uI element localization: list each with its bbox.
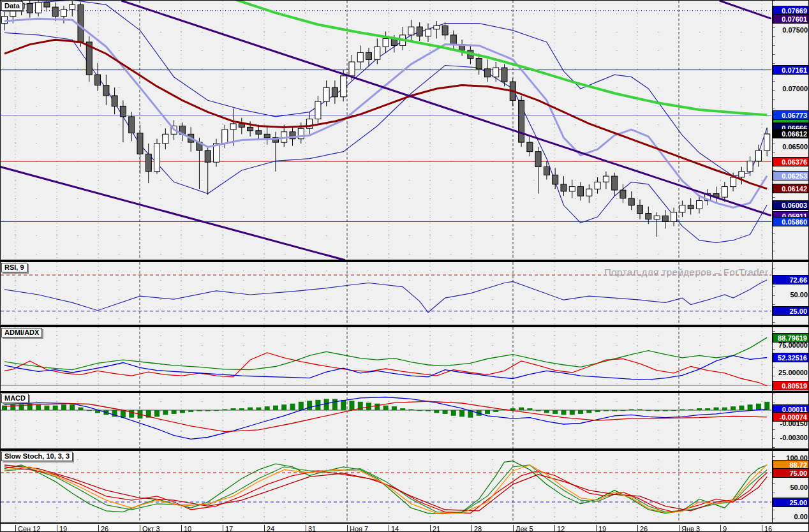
x-axis-label: 14 (391, 525, 399, 532)
x-axis-tick (720, 525, 721, 532)
value-tag: 0.06612 (773, 129, 809, 138)
macd-histogram-bar (705, 408, 710, 410)
macd-histogram-bar (197, 410, 202, 411)
scale-label: 50.00 (773, 483, 809, 492)
candle-down (688, 205, 694, 209)
candle-up (586, 189, 592, 196)
x-axis-label: 19 (598, 525, 606, 532)
macd-histogram-bar (129, 410, 134, 418)
x-axis-tick (389, 525, 389, 532)
candle-down (78, 4, 84, 42)
macd-histogram-bar (544, 410, 549, 413)
macd-histogram-bar (222, 410, 227, 411)
x-axis-label: 19 (59, 525, 67, 532)
price-chart-panel[interactable] (1, 1, 771, 260)
macd-histogram-bar (586, 410, 591, 413)
candle-down (417, 27, 422, 36)
stochastic-panel[interactable] (1, 451, 771, 522)
panel-tag-macd[interactable]: MACD (1, 394, 29, 403)
panel-tag-data[interactable]: Data (1, 1, 23, 11)
x-axis: Сен 121926Окт 310172431Ноя 7142128Дек 51… (1, 522, 809, 532)
macd-histogram-bar (248, 408, 253, 410)
candle-down (544, 167, 549, 175)
macd-histogram-bar (629, 410, 634, 411)
candle-down (553, 175, 558, 184)
panel-tag-stoch[interactable]: Slow Stoch, 10, 3, 3 (1, 452, 73, 461)
macd-histogram-bar (214, 410, 219, 411)
macd-histogram-bar (180, 410, 185, 413)
macd-histogram-bar (595, 410, 600, 412)
macd-histogram-bar (78, 408, 84, 410)
macd-histogram-bar (256, 408, 261, 410)
candle-up (569, 187, 575, 191)
candle-down (527, 142, 533, 152)
macd-histogram-bar (570, 410, 575, 415)
scale-label: 0.07500 (773, 26, 809, 35)
macd-histogram-bar (663, 410, 668, 411)
macd-histogram-bar (188, 410, 193, 412)
macd-histogram-bar (459, 410, 464, 417)
candle-up (603, 176, 609, 182)
macd-histogram-bar (519, 408, 524, 410)
x-axis-label: Дек 5 (516, 525, 533, 532)
scale-label: 25.00000 (773, 368, 809, 378)
x-axis-tick (430, 525, 431, 532)
macd-histogram-bar (400, 408, 405, 410)
macd-histogram-bar (36, 404, 41, 410)
macd-histogram-bar (281, 404, 286, 410)
macd-panel[interactable] (1, 393, 771, 448)
adx-panel[interactable] (1, 327, 771, 391)
candle-down (52, 7, 58, 17)
x-axis-tick (306, 525, 306, 532)
macd-histogram-bar (341, 400, 346, 410)
candle-down (145, 154, 151, 171)
value-tag: 0.05860 (773, 217, 809, 226)
candle-down (44, 3, 50, 7)
candle-down (366, 52, 372, 59)
macd-histogram-bar (731, 406, 736, 410)
candle-up (70, 4, 75, 9)
x-axis-tick (513, 525, 514, 532)
trading-chart-window: Data RSI, 9 ADMI/ADX MACD Slow Stoch, 10… (0, 0, 809, 532)
candle-down (120, 106, 126, 117)
x-axis-label: 17 (225, 525, 233, 532)
candle-up (357, 52, 363, 62)
macd-histogram-bar (53, 406, 58, 410)
x-axis-tick (181, 525, 182, 532)
x-axis-label: 9 (723, 525, 727, 532)
candle-down (646, 214, 651, 219)
x-axis-tick (98, 525, 99, 532)
candle-down (248, 127, 253, 131)
value-tag: 52.32516 (773, 353, 809, 362)
x-axis-label: 28 (474, 525, 482, 532)
macd-histogram-bar (61, 404, 66, 410)
value-tag: 0.06003 (773, 200, 809, 210)
candle-up (383, 38, 389, 47)
value-tag: 25.00 (773, 498, 809, 507)
x-axis-tick (679, 525, 679, 532)
candle-up (764, 134, 770, 151)
x-axis-label: 12 (557, 525, 565, 532)
macd-histogram-bar (485, 410, 490, 414)
panel-tag-adx[interactable]: ADMI/ADX (1, 328, 42, 337)
candle-down (95, 75, 101, 85)
scale-label: 0.00 (773, 512, 809, 522)
macd-histogram-bar (121, 410, 126, 418)
panel-separator (1, 391, 809, 393)
macd-histogram-bar (408, 410, 413, 411)
x-axis-label: 21 (433, 525, 440, 532)
panel-tag-rsi[interactable]: RSI, 9 (1, 263, 27, 272)
scale-label: 50.00 (773, 290, 809, 300)
macd-histogram-bar (205, 410, 211, 411)
macd-histogram-bar (383, 406, 389, 410)
x-axis-label: 26 (640, 525, 648, 532)
ma-200-line (234, 1, 768, 115)
stochastic-canvas (1, 451, 771, 522)
macd-histogram-bar (561, 410, 567, 415)
scale-label: 75.00000 (773, 341, 809, 350)
candle-up (2, 17, 8, 24)
macd-histogram-bar (44, 406, 49, 410)
candle-down (205, 151, 211, 162)
candle-down (662, 216, 668, 221)
x-axis-label: Ноя 7 (350, 525, 368, 532)
